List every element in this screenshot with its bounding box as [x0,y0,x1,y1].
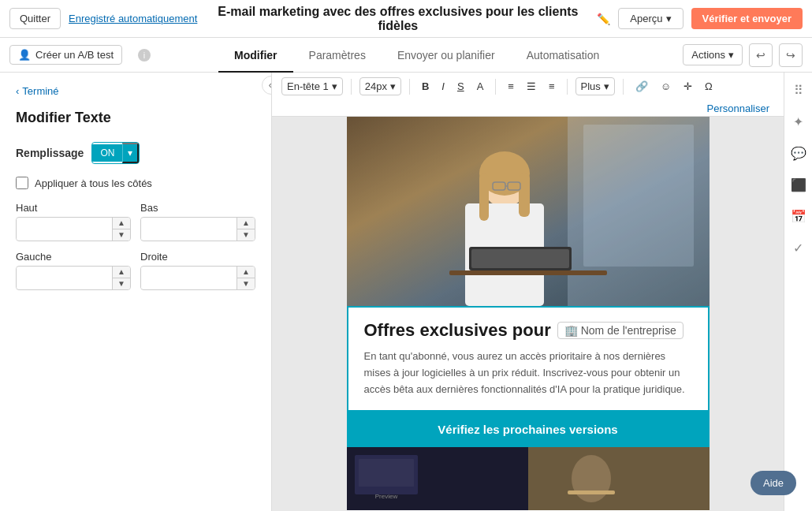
toggle-caret-button[interactable]: ▾ [122,143,139,163]
token-icon: 🏢 [564,324,578,337]
tab-automatisation[interactable]: Automatisation [511,39,616,73]
bottom-image-left: Preview [347,447,528,510]
tab-modifier[interactable]: Modifier [218,39,292,73]
tab-envoyer[interactable]: Envoyer ou planifier [382,39,511,73]
gauche-decrement[interactable]: ▼ [113,278,130,289]
main-area: « ‹ Terminé Modifier Texte Remplissage O… [0,73,812,511]
grid-icon-button[interactable]: ⠿ [788,79,810,101]
personalize-token[interactable]: 🏢 Nom de l'entreprise [557,322,683,339]
nav-tabs: Modifier Paramètres Envoyer ou planifier… [151,39,683,72]
center-content: En-tête 1 ▾ 24px ▾ B I S A ≡ ☰ ≡ Plus ▾ … [272,73,784,511]
cta-button[interactable]: Vérifiez les prochaines versions [358,423,698,436]
gauche-label: Gauche [16,251,131,263]
svg-rect-14 [471,249,569,268]
ab-icon: 👤 [18,49,31,61]
hero-svg [347,117,710,306]
apply-all-sides-row: Appliquer à tous les côtés [16,177,255,189]
font-color-button[interactable]: A [473,78,488,95]
bas-label: Bas [140,202,255,214]
style-select[interactable]: En-tête 1 ▾ [281,77,343,95]
bas-increment[interactable]: ▲ [237,218,255,229]
haut-label: Haut [16,202,131,214]
email-hero-image [347,117,710,306]
divider-5 [623,79,624,95]
size-select[interactable]: 24px ▾ [359,77,401,95]
heading-prefix: Offres exclusives pour [364,320,551,341]
align-center-button[interactable]: ☰ [523,78,540,95]
bas-field: Bas 20px ▲ ▼ [140,202,255,241]
italic-button[interactable]: I [438,78,449,95]
toggle-on-button[interactable]: ON [92,144,122,162]
haut-input[interactable]: 20px [17,218,112,240]
svg-rect-3 [583,125,694,267]
svg-rect-12 [449,270,607,275]
droite-label: Droite [140,251,255,263]
create-ab-button[interactable]: 👤 Créer un A/B test [9,45,122,65]
emoji-button[interactable]: ☺ [657,78,675,95]
insert-button[interactable]: ✛ [680,78,696,95]
haut-decrement[interactable]: ▼ [113,229,130,241]
sparkle-icon-button[interactable]: ✦ [788,110,810,132]
layout-icon-button[interactable]: ⬛ [788,173,810,196]
align-left-button[interactable]: ≡ [504,78,518,95]
gauche-field: Gauche 20px ▲ ▼ [16,251,131,290]
underline-button[interactable]: S [453,78,468,95]
bold-button[interactable]: B [418,78,433,95]
svg-rect-17 [359,459,414,487]
haut-field: Haut 20px ▲ ▼ [16,202,131,241]
nav-bar: 👤 Créer un A/B test i Modifier Paramètre… [0,38,812,73]
tab-parametres[interactable]: Paramètres [293,39,382,73]
email-cta-section: Vérifiez les prochaines versions [347,412,710,447]
email-images-row: Preview [347,447,710,510]
apply-all-sides-label: Appliquer à tous les côtés [35,177,152,189]
comment-icon-button[interactable]: 💬 [788,142,810,164]
gauche-input[interactable]: 20px [17,267,112,289]
svg-rect-8 [519,173,530,217]
edit-title-icon[interactable]: ✏️ [597,13,610,25]
personnaliser-link[interactable]: Personnaliser [702,100,775,117]
divider-3 [495,79,496,95]
gauche-increment[interactable]: ▲ [113,267,130,278]
quit-button[interactable]: Quitter [9,8,61,29]
help-button[interactable]: Aide [751,471,796,495]
bas-decrement[interactable]: ▼ [237,229,255,241]
actions-button[interactable]: Actions ▾ [683,44,743,65]
undo-button[interactable]: ↩ [749,43,773,67]
haut-increment[interactable]: ▲ [113,218,130,229]
divider-4 [567,79,568,95]
divider-1 [351,79,352,95]
verifier-button[interactable]: Vérifier et envoyer [691,8,803,29]
collapse-panel-button[interactable]: « [262,76,272,95]
droite-field: Droite 20px ▲ ▼ [140,251,255,290]
svg-point-20 [572,455,611,502]
calendar-icon-button[interactable]: 📅 [788,205,810,227]
email-canvas: Offres exclusives pour 🏢 Nom de l'entrep… [347,117,710,511]
nav-right: Actions ▾ ↩ ↪ [683,43,803,67]
remplissage-toggle[interactable]: ON ▾ [91,142,140,164]
check-icon-button[interactable]: ✓ [788,237,810,259]
right-sidebar: ⠿ ✦ 💬 ⬛ 📅 ✓ [784,73,812,511]
droite-decrement[interactable]: ▼ [237,278,255,289]
more-select[interactable]: Plus ▾ [575,77,615,95]
droite-increment[interactable]: ▲ [237,267,255,278]
apercu-button[interactable]: Aperçu ▾ [618,8,683,29]
left-panel: « ‹ Terminé Modifier Texte Remplissage O… [0,73,272,511]
droite-spinner[interactable]: 20px ▲ ▼ [140,266,255,290]
omega-button[interactable]: Ω [701,78,717,95]
haut-spinner[interactable]: 20px ▲ ▼ [16,217,131,241]
apply-all-sides-checkbox[interactable] [16,177,28,189]
more-chevron-icon: ▾ [604,80,609,92]
link-button[interactable]: 🔗 [631,78,652,95]
gauche-spinner[interactable]: 20px ▲ ▼ [16,266,131,290]
bas-input[interactable]: 20px [141,218,237,240]
redo-button[interactable]: ↪ [779,43,803,67]
back-link[interactable]: ‹ Terminé [16,85,255,97]
chevron-down-icon: ▾ [666,13,672,24]
email-body-text: En tant qu'abonné, vous aurez un accès p… [364,349,692,397]
info-icon[interactable]: i [138,49,151,62]
svg-rect-7 [479,173,489,221]
auto-saved-label[interactable]: Enregistré automatiquement [69,13,197,24]
droite-input[interactable]: 20px [141,267,237,289]
list-button[interactable]: ≡ [545,78,559,95]
bas-spinner[interactable]: 20px ▲ ▼ [140,217,255,241]
